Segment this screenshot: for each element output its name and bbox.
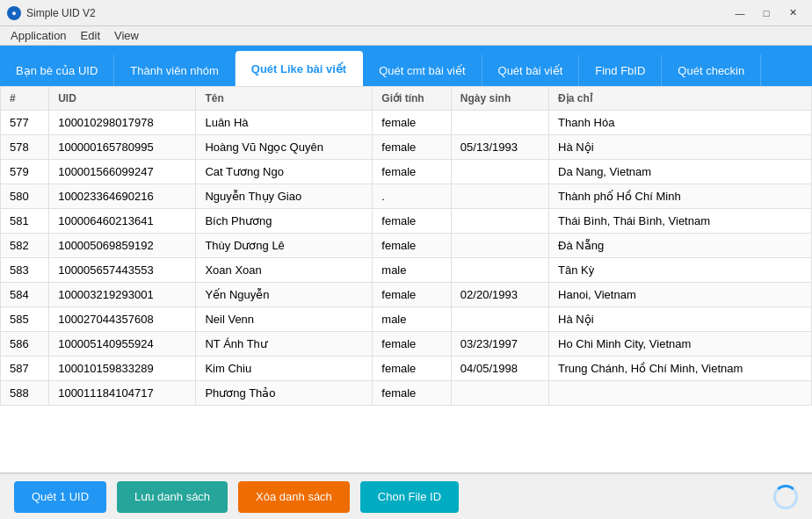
table-row: 586100005140955924NT Ánh Thưfemale03/23/… (1, 332, 812, 357)
table-row: 577100010298017978Luân HàfemaleThanh Hóa (1, 111, 812, 135)
table-row: 588100011184104717Phương Thảofemale (1, 381, 812, 406)
cell-5: Thái Bình, Thái Bình, Vietnam (549, 209, 812, 234)
cell-2: Yến Nguyễn (196, 283, 373, 307)
data-table: # UID Tên Giới tính Ngày sinh Địa chỉ 57… (0, 86, 812, 406)
cell-4 (451, 234, 548, 258)
cell-2: Xoan Xoan (196, 258, 373, 283)
cell-4: 05/13/1993 (451, 135, 548, 160)
luu-danh-sach-button[interactable]: Lưu danh sách (117, 481, 228, 513)
cell-0: 585 (1, 307, 49, 332)
cell-5: Đà Nẵng (549, 234, 812, 258)
menu-view[interactable]: View (107, 27, 146, 44)
cell-4 (451, 111, 548, 135)
cell-4: 02/20/1993 (451, 283, 548, 307)
cell-3: female (373, 357, 452, 381)
table-row: 584100003219293001Yến Nguyễnfemale02/20/… (1, 283, 812, 307)
cell-5: Tân Kỳ (549, 258, 812, 283)
cell-0: 582 (1, 234, 49, 258)
cell-4: 03/23/1997 (451, 332, 548, 357)
cell-2: Nguyễn Thụy Giao (196, 184, 373, 209)
cell-0: 577 (1, 111, 49, 135)
cell-4: 04/05/1998 (451, 357, 548, 381)
menu-application[interactable]: Application (4, 27, 74, 44)
cell-4 (451, 184, 548, 209)
cell-5: Ho Chi Minh City, Vietnam (549, 332, 812, 357)
minimize-button[interactable]: — (728, 4, 752, 22)
cell-1: 100010298017978 (49, 111, 196, 135)
menu-bar: Application Edit View (0, 26, 812, 46)
tab-quet-like[interactable]: Quét Like bài viết (236, 51, 363, 86)
cell-1: 100023364690216 (49, 184, 196, 209)
cell-3: female (373, 283, 452, 307)
cell-4 (451, 307, 548, 332)
cell-3: . (373, 184, 452, 209)
tab-quet-checkin[interactable]: Quét checkin (662, 54, 761, 86)
cell-1: 100003219293001 (49, 283, 196, 307)
cell-1: 100010159833289 (49, 357, 196, 381)
cell-0: 580 (1, 184, 49, 209)
cell-4 (451, 209, 548, 234)
quet-uid-button[interactable]: Quét 1 UID (14, 481, 106, 513)
col-address: Địa chỉ (549, 87, 812, 111)
cell-1: 100005140955924 (49, 332, 196, 357)
table-row: 582100005069859192Thùy Dương LêfemaleĐà … (1, 234, 812, 258)
cell-3: female (373, 209, 452, 234)
col-uid: UID (49, 87, 196, 111)
table-row: 587100010159833289Kim Chiufemale04/05/19… (1, 357, 812, 381)
title-bar: ● Simple UID V2 — □ ✕ (0, 0, 812, 26)
cell-3: female (373, 381, 452, 406)
cell-5: Hà Nội (549, 307, 812, 332)
col-gender: Giới tính (373, 87, 452, 111)
tab-quet-cmt[interactable]: Quét cmt bài viết (363, 54, 482, 86)
cell-1: 100000165780995 (49, 135, 196, 160)
tab-bar: Bạn bè của UID Thành viên nhóm Quét Like… (0, 46, 812, 86)
cell-4 (451, 258, 548, 283)
col-num: # (1, 87, 49, 111)
cell-2: Hoàng Vũ Ngọc Quyên (196, 135, 373, 160)
cell-0: 584 (1, 283, 49, 307)
cell-4 (451, 160, 548, 184)
table-row: 583100005657443553Xoan XoanmaleTân Kỳ (1, 258, 812, 283)
maximize-button[interactable]: □ (754, 4, 779, 22)
tab-ban-be[interactable]: Bạn bè của UID (0, 54, 114, 86)
col-name: Tên (196, 87, 373, 111)
xoa-danh-sach-button[interactable]: Xóa danh sách (238, 481, 350, 513)
data-table-container: # UID Tên Giới tính Ngày sinh Địa chỉ 57… (0, 86, 812, 473)
cell-0: 583 (1, 258, 49, 283)
table-row: 579100001566099247Cat Tương NgofemaleDa … (1, 160, 812, 184)
window-controls: — □ ✕ (728, 4, 805, 22)
cell-2: Bích Phương (196, 209, 373, 234)
cell-0: 586 (1, 332, 49, 357)
cell-1: 100005069859192 (49, 234, 196, 258)
chon-file-id-button[interactable]: Chon File ID (360, 481, 459, 513)
cell-3: female (373, 135, 452, 160)
close-button[interactable]: ✕ (780, 4, 805, 22)
cell-2: Cat Tương Ngo (196, 160, 373, 184)
cell-2: Neil Venn (196, 307, 373, 332)
cell-0: 587 (1, 357, 49, 381)
cell-0: 581 (1, 209, 49, 234)
table-row: 581100006460213641Bích PhươngfemaleThái … (1, 209, 812, 234)
cell-3: female (373, 234, 452, 258)
bottom-bar: Quét 1 UID Lưu danh sách Xóa danh sách C… (0, 473, 812, 519)
cell-5: Hanoi, Vietnam (549, 283, 812, 307)
tab-quet-bai[interactable]: Quét bài viết (482, 54, 580, 86)
cell-1: 100006460213641 (49, 209, 196, 234)
cell-5: Trung Chánh, Hồ Chí Minh, Vietnam (549, 357, 812, 381)
tab-find-fbid[interactable]: Find FbID (579, 54, 662, 86)
cell-2: NT Ánh Thư (196, 332, 373, 357)
app-icon: ● (7, 6, 21, 20)
cell-1: 100001566099247 (49, 160, 196, 184)
cell-0: 579 (1, 160, 49, 184)
menu-edit[interactable]: Edit (74, 27, 107, 44)
cell-5: Thanh Hóa (549, 111, 812, 135)
cell-2: Luân Hà (196, 111, 373, 135)
tab-thanh-vien[interactable]: Thành viên nhóm (114, 54, 235, 86)
table-row: 580100023364690216Nguyễn Thụy Giao.Thành… (1, 184, 812, 209)
table-header-row: # UID Tên Giới tính Ngày sinh Địa chỉ (1, 87, 812, 111)
cell-3: female (373, 111, 452, 135)
cell-3: male (373, 258, 452, 283)
cell-2: Thùy Dương Lê (196, 234, 373, 258)
cell-5: Thành phố Hồ Chí Minh (549, 184, 812, 209)
title-bar-text: Simple UID V2 (26, 7, 728, 19)
